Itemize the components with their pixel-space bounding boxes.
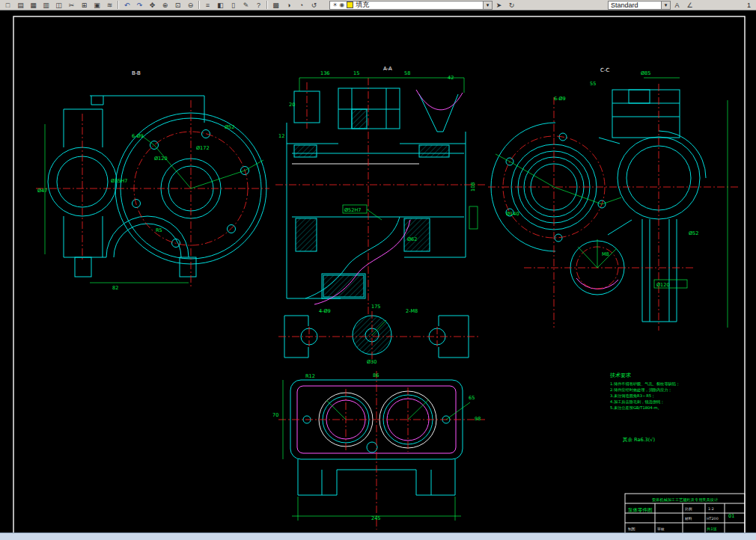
dim-style-icon[interactable]: ∠ <box>683 0 696 10</box>
cut-icon[interactable]: ✂ <box>65 0 78 10</box>
make-object-layer-current-icon[interactable]: ➤ <box>493 0 505 10</box>
dim-label: Ø120 <box>154 156 168 162</box>
dim-label: Ø85 <box>641 70 650 76</box>
paper-border <box>13 16 745 533</box>
detail-section-view <box>278 311 479 362</box>
right-end-view <box>488 78 740 331</box>
toolbar-separator <box>198 1 200 9</box>
file-toolbar-group: □▤▦▥◫✂⊞▣≋ <box>1 0 116 10</box>
view-label: A-A <box>383 66 392 72</box>
dim-label: 58 <box>404 70 410 76</box>
bottom-plan-view <box>278 371 485 530</box>
tool-palettes-icon[interactable]: ▯ <box>227 0 240 10</box>
save-icon[interactable]: ▦ <box>27 0 40 10</box>
redo-icon[interactable]: ↷ <box>133 0 146 10</box>
note-line: 4.加工后去除毛刺，锐边倒钝； <box>610 399 664 405</box>
new-icon[interactable]: □ <box>1 0 14 10</box>
dim-label: 12 <box>278 133 284 139</box>
material-label: 材料 <box>684 517 692 521</box>
drawing-svg: 6-Ø9 Ø120 Ø35H7 Ø172 Ø52 Ø47 R5 82 136 1… <box>0 10 756 533</box>
zoom-previous-icon[interactable]: ⊖ <box>184 0 197 10</box>
note-line: 5.未注公差按GB/T1804-m。 <box>610 405 662 410</box>
title-block-part-name: 泵体零件图 <box>627 507 653 513</box>
dim-label: 6-Ø9 <box>554 96 566 102</box>
open-icon[interactable]: ▤ <box>14 0 27 10</box>
dim-label: 108 <box>470 182 476 191</box>
dim-label: 70 <box>272 412 278 418</box>
match-properties-icon[interactable]: ≋ <box>103 0 116 10</box>
scale-value: 1:2 <box>708 507 714 511</box>
scale-label: 比例 <box>685 507 692 512</box>
dim-label: 15 <box>353 70 359 76</box>
zoom-realtime-icon[interactable]: ⊕ <box>159 0 171 10</box>
dim-label: 55 <box>590 81 596 87</box>
title-block: 泵体机械加工工艺规程及专用夹具设计 泵体零件图 比例 1:2 材料 HT200 … <box>625 494 745 533</box>
dim-label: 98 <box>475 416 481 422</box>
pan-icon[interactable]: ✥ <box>146 0 159 10</box>
view-label: C-C <box>600 67 609 73</box>
dim-label: Ø52 <box>689 230 698 236</box>
dim-label: 86 <box>373 372 379 378</box>
dim-label: Ø52 <box>225 124 234 130</box>
plot-preview-icon[interactable]: ◫ <box>52 0 65 10</box>
design-center-icon[interactable]: ◧ <box>214 0 227 10</box>
title-block-project-title: 泵体机械加工工艺规程及专用夹具设计 <box>652 497 719 503</box>
dim-label: Ø47 <box>37 188 47 194</box>
drawing-canvas[interactable]: 6-Ø9 Ø120 Ø35H7 Ø172 Ø52 Ø47 R5 82 136 1… <box>0 10 756 533</box>
toolbar-separator <box>266 1 268 9</box>
technical-notes: 技术要求 1.铸件不得有砂眼、气孔、裂纹等缺陷； 2.铸件应经时效处理，消除内应… <box>609 372 680 443</box>
dropdown-arrow-icon[interactable]: ▾ <box>661 1 670 9</box>
dim-label: Ø30 <box>367 359 377 365</box>
drawing-number: 01 <box>728 513 734 519</box>
copy-icon[interactable]: ⊞ <box>78 0 91 10</box>
toolbar-separator <box>118 1 119 9</box>
material-value: HT200 <box>707 517 719 521</box>
layer-combo-value: 填充 <box>356 0 481 10</box>
dim-label: Ø62 <box>407 236 417 242</box>
sheet-count: 共1张 <box>707 527 717 532</box>
note-line: 2.铸件应经时效处理，消除内应力； <box>610 387 672 393</box>
toolbar: □▤▦▥◫✂⊞▣≋ ↶↷✥⊕⊡⊖ ≡◧▯✎? ▩◑◔↺ ☀ ◉ 填充 ▾ ➤↻ … <box>0 0 756 10</box>
dim-label: 2-M8 <box>406 308 418 314</box>
layer-states-icon[interactable]: ◑ <box>282 0 295 10</box>
help-icon[interactable]: ? <box>252 0 265 10</box>
layer-update-icon[interactable]: ↻ <box>505 0 518 10</box>
note-line: 1.铸件不得有砂眼、气孔、裂纹等缺陷； <box>610 381 680 387</box>
layer-on-icon: ☀ <box>332 1 338 8</box>
dim-label: 6-Ø9 <box>132 133 144 139</box>
text-style-icon[interactable]: A <box>671 0 683 10</box>
layer-properties-icon[interactable]: ▩ <box>269 0 282 10</box>
layer-toolbar-group: ▩◑◔↺ <box>269 0 320 10</box>
dim-label: M8 <box>602 251 609 257</box>
zoom-window-icon[interactable]: ⊡ <box>171 0 184 10</box>
dim-label: 20 <box>289 102 295 108</box>
dim-label: Ø140 <box>506 211 519 217</box>
view-labels: B-B A-A C-C <box>132 66 609 76</box>
layer-combo[interactable]: ☀ ◉ 填充 ▾ <box>329 1 493 10</box>
dim-label: Ø35H7 <box>111 178 127 184</box>
properties-icon[interactable]: ≡ <box>201 0 214 10</box>
dim-label: 245 <box>371 515 380 521</box>
layer-bulb-icon: ◉ <box>339 1 344 8</box>
dim-label: Ø172 <box>196 145 210 151</box>
dim-label: 136 <box>320 70 329 76</box>
dim-label: Ø120 <box>656 282 670 288</box>
edit-zoom-toolbar-group: ↶↷✥⊕⊡⊖ <box>121 0 197 10</box>
note-line: 3.未注铸造圆角R3～R5； <box>610 393 655 398</box>
print-icon[interactable]: ▥ <box>40 0 52 10</box>
dim-label: Ø52H7 <box>344 207 361 213</box>
layer-color-swatch <box>347 1 353 8</box>
notes-heading: 技术要求 <box>609 372 631 378</box>
layer-previous-icon[interactable]: ↺ <box>308 0 320 10</box>
layer-walk-icon[interactable]: ◔ <box>295 0 308 10</box>
undo-icon[interactable]: ↶ <box>121 0 133 10</box>
markup-icon[interactable]: ✎ <box>240 0 252 10</box>
style-tools-group: A∠ <box>671 0 696 10</box>
dim-label: 82 <box>112 285 118 291</box>
style-combo[interactable]: Standard ▾ <box>608 1 671 10</box>
status-bar <box>0 533 756 540</box>
drafter-label: 制图 <box>628 527 635 532</box>
dropdown-arrow-icon[interactable]: ▾ <box>483 1 492 9</box>
style-combo-value: Standard <box>611 1 659 9</box>
paste-icon[interactable]: ▣ <box>91 0 103 10</box>
